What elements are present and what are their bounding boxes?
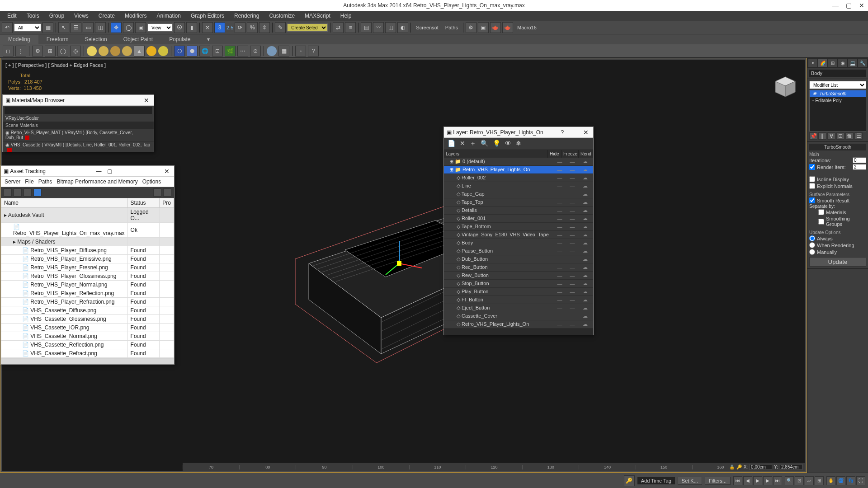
poly-icon[interactable]: ◻ bbox=[3, 46, 14, 56]
ribbon-freeform[interactable]: Freeform bbox=[38, 35, 77, 44]
window-cross-icon[interactable]: ◫ bbox=[95, 22, 106, 33]
maximize-icon[interactable]: ▢ bbox=[104, 168, 115, 174]
nav-zoomext-icon[interactable]: ⊞ bbox=[815, 476, 824, 485]
tool-f-icon[interactable]: ⊙ bbox=[250, 46, 261, 56]
curve-editor-icon[interactable]: 〰 bbox=[373, 22, 384, 33]
align-icon[interactable]: ≡ bbox=[345, 22, 356, 33]
undo-icon[interactable]: ↶ bbox=[2, 22, 13, 33]
update-always-radio[interactable] bbox=[809, 235, 815, 241]
table-row[interactable]: 📄 Retro_VHS_Player_Glossiness.pngFound bbox=[1, 272, 174, 281]
col-name[interactable]: Name bbox=[1, 198, 128, 208]
iterations-input[interactable] bbox=[853, 157, 866, 163]
layer-row[interactable]: ◇ Stop_Button——☁ bbox=[444, 280, 593, 288]
table-row[interactable]: 📄 Retro_VHS_Player_Refraction.pngFound bbox=[1, 298, 174, 306]
tab-modify-icon[interactable]: 🌈 bbox=[818, 59, 827, 67]
stack-icon[interactable]: ∥ bbox=[818, 132, 826, 140]
layer-row[interactable]: ◇ Vintage_Sony_E180_VHS_Video_Tape——☁ bbox=[444, 231, 593, 239]
table-row[interactable]: 📄 Retro_VHS_Player_Lights_On_max_vray.ma… bbox=[1, 223, 174, 238]
globe-icon[interactable] bbox=[267, 46, 277, 56]
pin-icon[interactable]: 📌 bbox=[809, 132, 817, 140]
shape-sphere-icon[interactable] bbox=[110, 46, 120, 56]
layer-row[interactable]: ◇ Roller_002——☁ bbox=[444, 174, 593, 182]
light2-icon[interactable] bbox=[158, 46, 168, 56]
minimize-icon[interactable]: — bbox=[832, 2, 839, 9]
explicit-normals-checkbox[interactable] bbox=[809, 183, 815, 189]
update-button[interactable]: Update bbox=[809, 257, 866, 267]
modifier-icon[interactable]: ⚙ bbox=[32, 46, 43, 56]
menu-create[interactable]: Create bbox=[94, 12, 119, 20]
at-btn-icon[interactable] bbox=[4, 188, 12, 197]
select-obj-icon[interactable]: 🔍 bbox=[481, 140, 488, 148]
move-icon[interactable]: ✥ bbox=[111, 22, 122, 33]
menu-animation[interactable]: Animation bbox=[152, 12, 185, 20]
btn-icon[interactable]: ▮ bbox=[186, 22, 197, 33]
tool-icon[interactable]: ▦ bbox=[42, 22, 53, 33]
layer-row[interactable]: ◇ Play_Button——☁ bbox=[444, 288, 593, 296]
close-icon[interactable]: ✕ bbox=[162, 168, 171, 175]
nav-zoom-icon[interactable]: 🔍 bbox=[785, 476, 794, 485]
edit-selset-icon[interactable]: ✎ bbox=[275, 22, 286, 33]
table-row[interactable]: 📄 VHS_Cassette_Normal.pngFound bbox=[1, 332, 174, 341]
vertex-icon[interactable]: ⋮ bbox=[15, 46, 26, 56]
new-layer-icon[interactable]: 📄 bbox=[448, 140, 455, 148]
render-icon[interactable]: 🫖 bbox=[490, 22, 501, 33]
goto-start-icon[interactable]: ⏮ bbox=[733, 476, 742, 485]
select-icon[interactable]: ↖ bbox=[58, 22, 69, 33]
layers-icon[interactable]: ▤ bbox=[361, 22, 372, 33]
shape-box-icon[interactable] bbox=[87, 46, 97, 56]
at-btn-icon[interactable] bbox=[24, 188, 32, 197]
snap-3d-icon[interactable]: 3 bbox=[214, 22, 225, 33]
shape-torus-icon[interactable] bbox=[122, 46, 132, 56]
maximize-icon[interactable]: ▢ bbox=[846, 2, 852, 9]
prev-frame-icon[interactable]: ◀ bbox=[743, 476, 752, 485]
smooth-result-checkbox[interactable] bbox=[809, 197, 815, 203]
nav-walk-icon[interactable]: 👣 bbox=[846, 476, 855, 485]
at-btn-icon[interactable] bbox=[14, 188, 22, 197]
layer-row[interactable]: ◇ Dub_Button——☁ bbox=[444, 255, 593, 263]
asset-menu-item[interactable]: Options bbox=[142, 178, 161, 185]
list-item[interactable]: ◉ Retro_VHS_Player_MAT ( VRayMtl ) [Body… bbox=[3, 129, 154, 141]
layer-row[interactable]: ◇ Cassette_Cover——☁ bbox=[444, 312, 593, 320]
tool-a-icon[interactable]: ⬡ bbox=[174, 46, 185, 56]
render-iters-input[interactable] bbox=[853, 164, 866, 170]
minimize-icon[interactable]: — bbox=[94, 168, 104, 174]
menu-views[interactable]: Views bbox=[70, 12, 93, 20]
nav-pan-icon[interactable]: ✋ bbox=[826, 476, 835, 485]
sep-smoothing-checkbox[interactable] bbox=[818, 219, 824, 225]
macro-label[interactable]: Macro16 bbox=[514, 25, 539, 30]
misc-icon[interactable]: ▫ bbox=[295, 46, 306, 56]
menu-group[interactable]: Group bbox=[45, 12, 69, 20]
list-header[interactable]: Scene Materials bbox=[3, 122, 154, 129]
at-settings-icon[interactable] bbox=[163, 188, 171, 197]
light-icon[interactable] bbox=[146, 46, 156, 56]
table-row[interactable]: 📄 Retro_VHS_Player_Emissive.pngFound bbox=[1, 255, 174, 263]
asset-menu-item[interactable]: Bitmap Performance and Memory bbox=[57, 178, 137, 185]
highlight-icon[interactable]: 💡 bbox=[493, 140, 500, 148]
delete-layer-icon[interactable]: ✕ bbox=[460, 140, 465, 148]
hide-icon[interactable]: 👁 bbox=[505, 140, 511, 148]
menu-edit[interactable]: Edit bbox=[3, 12, 21, 20]
add-to-layer-icon[interactable]: ＋ bbox=[470, 140, 476, 148]
scrollbar[interactable] bbox=[444, 328, 593, 335]
schematic-icon[interactable]: ◫ bbox=[385, 22, 396, 33]
set-key-button[interactable]: Set K... bbox=[678, 477, 702, 485]
constraint-icon[interactable]: ⊞ bbox=[45, 46, 56, 56]
key-filters-button[interactable]: Filters... bbox=[705, 477, 731, 485]
asset-tracking-panel[interactable]: ▣ Asset Tracking — ▢ ✕ ServerFilePathsBi… bbox=[0, 165, 175, 365]
coord-y-input[interactable] bbox=[780, 464, 802, 470]
layer-row[interactable]: ◇ Body——☁ bbox=[444, 239, 593, 247]
col-status[interactable]: Status bbox=[127, 198, 160, 208]
shape-cone-icon[interactable]: ▲ bbox=[134, 46, 145, 56]
update-manual-radio[interactable] bbox=[809, 249, 815, 255]
menu-maxscript[interactable]: MAXScript bbox=[300, 12, 335, 20]
at-refresh-icon[interactable] bbox=[153, 188, 161, 197]
ribbon-modeling[interactable]: Modeling bbox=[0, 35, 38, 44]
menu-modifiers[interactable]: Modifiers bbox=[120, 12, 151, 20]
layer-row[interactable]: ◇ Ff_Button——☁ bbox=[444, 296, 593, 304]
table-row[interactable]: 📄 Retro_VHS_Player_Diffuse.pngFound bbox=[1, 246, 174, 255]
table-row[interactable]: ▸ Autodesk VaultLogged O... bbox=[1, 208, 174, 223]
add-time-tag[interactable]: Add Time Tag bbox=[637, 477, 675, 484]
tab-create-icon[interactable]: ✦ bbox=[808, 59, 817, 67]
plant-icon[interactable]: 🌿 bbox=[225, 46, 236, 56]
coord-x-input[interactable] bbox=[750, 464, 772, 470]
